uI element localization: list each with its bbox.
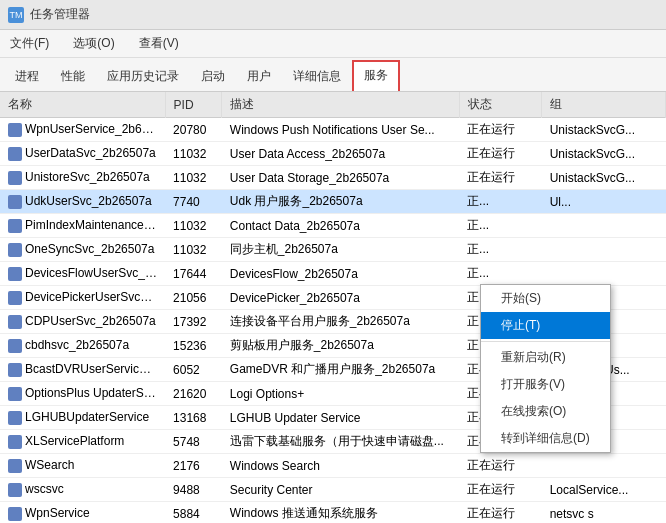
service-icon — [8, 507, 22, 521]
cell-name: WpnUserService_2b6650... — [0, 118, 165, 142]
cell-desc: DevicesFlow_2b26507a — [222, 262, 459, 286]
tab-processes[interactable]: 进程 — [4, 62, 50, 91]
service-icon — [8, 219, 22, 233]
cell-name: WpnService — [0, 502, 165, 524]
cell-desc: User Data Storage_2b26507a — [222, 166, 459, 190]
col-header-name[interactable]: 名称 — [0, 92, 165, 118]
context-menu-item[interactable]: 在线搜索(O) — [481, 398, 610, 425]
cell-desc: Windows 推送通知系统服务 — [222, 502, 459, 524]
cell-pid: 2176 — [165, 454, 222, 478]
cell-pid: 11032 — [165, 238, 222, 262]
cell-pid: 7740 — [165, 190, 222, 214]
service-icon — [8, 363, 22, 377]
cell-status: 正... — [459, 238, 542, 262]
menu-file[interactable]: 文件(F) — [6, 33, 53, 54]
cell-pid: 17644 — [165, 262, 222, 286]
table-row[interactable]: WpnService5884Windows 推送通知系统服务正在运行netsvc… — [0, 502, 666, 524]
cell-name: cbdhsvc_2b26507a — [0, 334, 165, 358]
table-row[interactable]: OneSyncSvc_2b26507a11032同步主机_2b26507a正..… — [0, 238, 666, 262]
app-icon: TM — [8, 7, 24, 23]
cell-desc: 迅雷下载基础服务（用于快速申请磁盘... — [222, 430, 459, 454]
context-menu-separator — [481, 341, 610, 342]
cell-group: LocalService... — [542, 478, 666, 502]
col-header-pid[interactable]: PID — [165, 92, 222, 118]
cell-desc: Windows Push Notifications User Se... — [222, 118, 459, 142]
cell-pid: 13168 — [165, 406, 222, 430]
cell-desc: Windows Search — [222, 454, 459, 478]
cell-desc: 连接设备平台用户服务_2b26507a — [222, 310, 459, 334]
cell-name: BcastDVRUserService_2b... — [0, 358, 165, 382]
service-icon — [8, 147, 22, 161]
context-menu-item[interactable]: 打开服务(V) — [481, 371, 610, 398]
cell-desc: User Data Access_2b26507a — [222, 142, 459, 166]
cell-name: LGHUBUpdaterService — [0, 406, 165, 430]
table-row[interactable]: UnistoreSvc_2b26507a11032User Data Stora… — [0, 166, 666, 190]
service-icon — [8, 411, 22, 425]
cell-status: 正在运行 — [459, 118, 542, 142]
cell-group — [542, 454, 666, 478]
cell-name: OptionsPlus UpdaterServi... — [0, 382, 165, 406]
tabs-bar: 进程 性能 应用历史记录 启动 用户 详细信息 服务 — [0, 58, 666, 92]
cell-pid: 5884 — [165, 502, 222, 524]
tab-performance[interactable]: 性能 — [50, 62, 96, 91]
cell-group: UnistackSvcG... — [542, 118, 666, 142]
context-menu-item[interactable]: 停止(T) — [481, 312, 610, 339]
col-header-group[interactable]: 组 — [542, 92, 666, 118]
cell-status: 正... — [459, 262, 542, 286]
cell-group — [542, 238, 666, 262]
tab-startup[interactable]: 启动 — [190, 62, 236, 91]
cell-pid: 21620 — [165, 382, 222, 406]
tab-app-history[interactable]: 应用历史记录 — [96, 62, 190, 91]
service-icon — [8, 339, 22, 353]
cell-name: WSearch — [0, 454, 165, 478]
tab-users[interactable]: 用户 — [236, 62, 282, 91]
cell-name: OneSyncSvc_2b26507a — [0, 238, 165, 262]
service-icon — [8, 267, 22, 281]
table-row[interactable]: wscsvc9488Security Center正在运行LocalServic… — [0, 478, 666, 502]
context-menu: 开始(S)停止(T)重新启动(R)打开服务(V)在线搜索(O)转到详细信息(D) — [480, 284, 611, 453]
menu-view[interactable]: 查看(V) — [135, 33, 183, 54]
table-row[interactable]: UserDataSvc_2b26507a11032User Data Acces… — [0, 142, 666, 166]
cell-pid: 11032 — [165, 214, 222, 238]
cell-status: 正在运行 — [459, 454, 542, 478]
service-icon — [8, 315, 22, 329]
context-menu-item[interactable]: 开始(S) — [481, 285, 610, 312]
context-menu-item[interactable]: 重新启动(R) — [481, 344, 610, 371]
menu-bar: 文件(F) 选项(O) 查看(V) — [0, 30, 666, 58]
cell-pid: 21056 — [165, 286, 222, 310]
title-bar: TM 任务管理器 — [0, 0, 666, 30]
service-icon — [8, 435, 22, 449]
cell-desc: GameDVR 和广播用户服务_2b26507a — [222, 358, 459, 382]
cell-pid: 11032 — [165, 142, 222, 166]
cell-name: PimIndexMaintenanceSv... — [0, 214, 165, 238]
table-row[interactable]: DevicesFlowUserSvc_2b2...17644DevicesFlo… — [0, 262, 666, 286]
cell-status: 正在运行 — [459, 142, 542, 166]
col-header-status[interactable]: 状态 — [459, 92, 542, 118]
cell-pid: 9488 — [165, 478, 222, 502]
service-icon — [8, 171, 22, 185]
table-container: 名称 PID 描述 状态 组 WpnUserService_2b6650...2… — [0, 92, 666, 523]
cell-pid: 15236 — [165, 334, 222, 358]
service-icon — [8, 387, 22, 401]
table-row[interactable]: WSearch2176Windows Search正在运行 — [0, 454, 666, 478]
tab-details[interactable]: 详细信息 — [282, 62, 352, 91]
cell-name: UnistoreSvc_2b26507a — [0, 166, 165, 190]
tab-services[interactable]: 服务 — [352, 60, 400, 91]
cell-name: UdkUserSvc_2b26507a — [0, 190, 165, 214]
table-row[interactable]: UdkUserSvc_2b26507a7740Udk 用户服务_2b26507a… — [0, 190, 666, 214]
table-row[interactable]: PimIndexMaintenanceSv...11032Contact Dat… — [0, 214, 666, 238]
cell-pid: 11032 — [165, 166, 222, 190]
cell-name: wscsvc — [0, 478, 165, 502]
cell-desc: LGHUB Updater Service — [222, 406, 459, 430]
service-icon — [8, 195, 22, 209]
cell-name: DevicesFlowUserSvc_2b2... — [0, 262, 165, 286]
context-menu-item[interactable]: 转到详细信息(D) — [481, 425, 610, 452]
cell-status: 正在运行 — [459, 502, 542, 524]
cell-desc: Udk 用户服务_2b26507a — [222, 190, 459, 214]
table-row[interactable]: WpnUserService_2b6650...20780Windows Pus… — [0, 118, 666, 142]
cell-group: UnistackSvcG... — [542, 166, 666, 190]
cell-desc: 剪贴板用户服务_2b26507a — [222, 334, 459, 358]
col-header-desc[interactable]: 描述 — [222, 92, 459, 118]
menu-options[interactable]: 选项(O) — [69, 33, 118, 54]
cell-group: Ul... — [542, 190, 666, 214]
